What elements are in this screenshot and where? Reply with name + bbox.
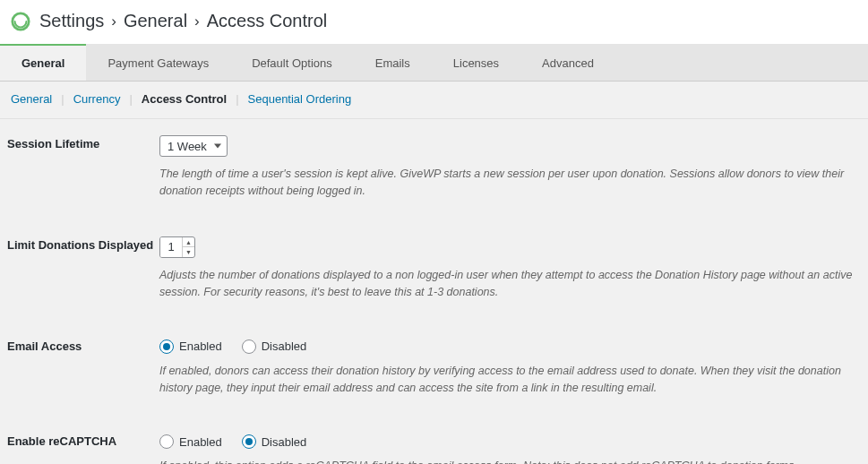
- radio-label: Disabled: [262, 435, 307, 449]
- settings-form: Session Lifetime 1 Week The length of ti…: [0, 119, 868, 464]
- stepper-down-icon[interactable]: ▼: [183, 247, 194, 257]
- tab-licenses[interactable]: Licenses: [432, 44, 520, 81]
- radio-checked-icon: [242, 434, 256, 449]
- secondary-tabs: General | Currency | Access Control | Se…: [0, 82, 868, 119]
- chevron-right-icon: ›: [111, 13, 116, 30]
- radio-label: Enabled: [179, 435, 222, 449]
- session-lifetime-label: Session Lifetime: [7, 135, 159, 150]
- tab-emails[interactable]: Emails: [354, 44, 432, 81]
- tab-payment-gateways[interactable]: Payment Gateways: [86, 44, 230, 81]
- limit-donations-stepper[interactable]: ▲ ▼: [159, 236, 195, 258]
- email-access-radios: Enabled Disabled: [159, 338, 861, 354]
- radio-unchecked-icon: [242, 339, 256, 354]
- field-email-access: Email Access Enabled Disabled If enabled…: [7, 338, 861, 398]
- subtab-general[interactable]: General: [7, 92, 56, 106]
- limit-donations-input[interactable]: [160, 237, 182, 257]
- radio-checked-icon: [159, 339, 174, 354]
- primary-tabs: General Payment Gateways Default Options…: [0, 44, 868, 82]
- subtab-separator: |: [61, 92, 64, 106]
- email-access-help: If enabled, donors can access their dona…: [159, 363, 861, 398]
- subtab-separator: |: [129, 92, 132, 106]
- recaptcha-help: If enabled, this option adds a reCAPTCHA…: [159, 458, 861, 464]
- recaptcha-disabled[interactable]: Disabled: [242, 434, 307, 449]
- tab-advanced[interactable]: Advanced: [520, 44, 615, 81]
- radio-label: Enabled: [179, 339, 222, 353]
- breadcrumb-page: Access Control: [207, 11, 328, 31]
- recaptcha-enabled[interactable]: Enabled: [159, 434, 222, 449]
- email-access-enabled[interactable]: Enabled: [159, 339, 222, 354]
- give-logo-icon: [11, 12, 30, 31]
- tab-default-options[interactable]: Default Options: [230, 44, 354, 81]
- subtab-sequential-ordering[interactable]: Sequential Ordering: [245, 92, 356, 106]
- radio-label: Disabled: [262, 339, 307, 353]
- breadcrumb-section: General: [124, 11, 187, 31]
- chevron-right-icon: ›: [194, 13, 200, 30]
- session-lifetime-help: The length of time a user's session is k…: [159, 166, 861, 201]
- session-lifetime-select[interactable]: 1 Week: [159, 135, 228, 157]
- stepper-up-icon[interactable]: ▲: [183, 237, 194, 248]
- subtab-currency[interactable]: Currency: [70, 92, 125, 106]
- email-access-disabled[interactable]: Disabled: [242, 339, 307, 354]
- field-session-lifetime: Session Lifetime 1 Week The length of ti…: [7, 135, 861, 201]
- field-recaptcha: Enable reCAPTCHA Enabled Disabled If ena…: [7, 433, 861, 464]
- limit-donations-help: Adjusts the number of donations displaye…: [159, 267, 861, 302]
- radio-unchecked-icon: [159, 434, 174, 449]
- recaptcha-radios: Enabled Disabled: [159, 433, 861, 449]
- page-header: Settings › General › Access Control: [0, 0, 868, 44]
- limit-donations-label: Limit Donations Displayed: [7, 236, 159, 252]
- email-access-label: Email Access: [7, 338, 159, 353]
- tab-general[interactable]: General: [0, 44, 86, 81]
- subtab-access-control[interactable]: Access Control: [138, 92, 230, 106]
- field-limit-donations: Limit Donations Displayed ▲ ▼ Adjusts th…: [7, 236, 861, 302]
- subtab-separator: |: [236, 92, 238, 106]
- recaptcha-label: Enable reCAPTCHA: [7, 433, 159, 448]
- breadcrumb-root: Settings: [39, 11, 104, 31]
- breadcrumb: Settings › General › Access Control: [39, 11, 327, 31]
